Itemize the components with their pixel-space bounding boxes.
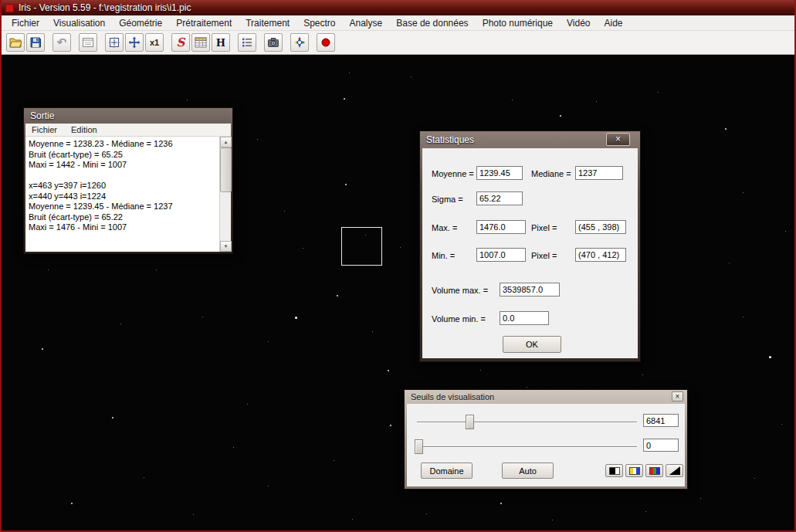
star: [388, 370, 389, 371]
spectro-button[interactable]: S: [171, 33, 190, 52]
snapshot-button[interactable]: [264, 33, 283, 52]
volume-max-field[interactable]: [500, 283, 560, 296]
high-threshold-field[interactable]: [643, 414, 679, 427]
low-threshold-slider[interactable]: [417, 446, 637, 448]
pan-view-button[interactable]: [125, 33, 144, 52]
menu-aide[interactable]: Aide: [598, 16, 630, 30]
high-threshold-slider[interactable]: [417, 422, 637, 423]
star: [268, 341, 269, 342]
scroll-up-button[interactable]: [220, 137, 232, 147]
close-icon[interactable]: [672, 391, 683, 402]
star: [349, 73, 350, 73]
sortie-menu-edition[interactable]: Edition: [65, 124, 105, 135]
star: [120, 324, 121, 324]
star: [390, 425, 391, 426]
fit-view-button[interactable]: [105, 33, 124, 52]
star: [512, 100, 513, 100]
app-window: Iris - Version 5.59 - f:\registration ir…: [0, 0, 796, 532]
menu-visualisation[interactable]: Visualisation: [46, 16, 112, 30]
open-file-button[interactable]: [6, 33, 25, 52]
star: [268, 486, 269, 486]
record-dot-icon: [320, 36, 332, 49]
volume-min-label: Volume min. =: [432, 314, 486, 324]
moyenne-field[interactable]: [476, 166, 523, 180]
menu-pretraitement[interactable]: Prétraitement: [169, 16, 239, 30]
record-button[interactable]: [317, 33, 335, 52]
sortie-title-bar[interactable]: Sortie: [24, 108, 232, 124]
output-line: x=440 y=443 i=1224: [29, 191, 216, 202]
display-settings-button[interactable]: [79, 33, 97, 52]
sortie-menu-bar: Fichier Edition: [25, 124, 231, 137]
scroll-down-button[interactable]: [220, 241, 232, 252]
high-threshold-thumb[interactable]: [466, 415, 474, 429]
min-field[interactable]: [476, 248, 526, 262]
volume-min-field[interactable]: [500, 311, 549, 325]
bw-icon: [609, 467, 620, 475]
star: [257, 139, 258, 140]
window-title: Iris - Version 5.59 - f:\registration ir…: [19, 2, 191, 13]
undo-button[interactable]: ↶: [53, 33, 71, 52]
statistiques-title-bar[interactable]: Statistiques: [420, 131, 640, 148]
sortie-body: Moyenne = 1238.23 - Médiane = 1236Bruit …: [25, 137, 231, 252]
sortie-scrollbar[interactable]: [219, 137, 231, 252]
star: [156, 269, 157, 270]
toolbar: ↶x1SH: [2, 31, 794, 55]
low-threshold-thumb[interactable]: [415, 439, 423, 454]
gradient-display-button[interactable]: [666, 464, 683, 477]
star: [500, 503, 502, 504]
output-line: Bruit (écart-type) = 65.25: [29, 150, 216, 161]
sortie-menu-fichier[interactable]: Fichier: [25, 124, 65, 135]
max-pixel-field[interactable]: [575, 220, 626, 234]
menu-traitement[interactable]: Traitement: [239, 16, 296, 30]
command-list-button[interactable]: [238, 33, 256, 52]
data-grid-button[interactable]: [191, 33, 210, 52]
close-icon[interactable]: [606, 133, 630, 146]
image-canvas[interactable]: Sortie Fichier Edition Moyenne = 1238.23…: [2, 55, 794, 530]
rgb-display-button[interactable]: [645, 464, 663, 477]
menu-fichier[interactable]: Fichier: [5, 16, 46, 30]
spectro-button-label: S: [177, 37, 185, 49]
sigma-field[interactable]: [476, 191, 523, 205]
mediane-field[interactable]: [575, 166, 623, 180]
star: [334, 460, 334, 461]
pan-arrows-icon: [128, 36, 141, 49]
window-frame-icon: [82, 36, 94, 49]
zoom-x1-button-label: x1: [150, 39, 159, 47]
star: [71, 503, 73, 504]
title-bar[interactable]: Iris - Version 5.59 - f:\registration ir…: [2, 0, 794, 15]
auto-button[interactable]: Auto: [502, 463, 554, 479]
zoom-x1-button[interactable]: x1: [145, 33, 164, 52]
bw-display-button[interactable]: [605, 464, 623, 477]
menu-analyse[interactable]: Analyse: [343, 16, 390, 30]
sortie-output-text: Moyenne = 1238.23 - Médiane = 1236Bruit …: [25, 137, 219, 252]
star: [645, 511, 646, 512]
menu-spectro[interactable]: Spectro: [296, 16, 342, 30]
star: [372, 331, 373, 332]
rgb-compass-icon: [293, 36, 306, 49]
max-pixel-label: Pixel =: [531, 223, 557, 232]
star: [187, 100, 188, 100]
menu-base-de-donnees[interactable]: Base de données: [389, 16, 475, 30]
histogram-button[interactable]: H: [212, 33, 230, 52]
palette-display-button[interactable]: [625, 464, 643, 477]
ok-button[interactable]: OK: [503, 336, 561, 353]
star: [48, 269, 49, 270]
low-threshold-field[interactable]: [643, 439, 679, 452]
max-label: Max. =: [432, 223, 457, 232]
scrollbar-thumb[interactable]: [220, 147, 232, 192]
selection-rectangle[interactable]: [341, 227, 382, 266]
star: [42, 348, 43, 350]
menu-photo-numerique[interactable]: Photo numérique: [476, 16, 560, 30]
domaine-button[interactable]: Domaine: [421, 463, 473, 479]
min-pixel-field[interactable]: [575, 248, 626, 262]
save-button[interactable]: [26, 33, 45, 52]
output-line: x=463 y=397 i=1260: [29, 181, 216, 191]
undo-arrow-icon: ↶: [57, 36, 67, 49]
menu-video[interactable]: Vidéo: [560, 16, 597, 30]
fit-window-icon: [108, 36, 120, 49]
color-tools-button[interactable]: [290, 33, 309, 52]
seuils-title-bar[interactable]: Seuils de visualisation: [405, 390, 687, 404]
seuils-title: Seuils de visualisation: [411, 392, 494, 402]
max-field[interactable]: [476, 220, 526, 234]
menu-geometrie[interactable]: Géométrie: [112, 16, 169, 30]
